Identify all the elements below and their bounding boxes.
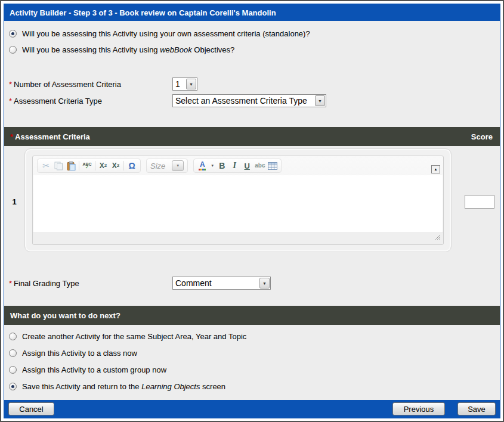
editor-status-bar	[33, 232, 443, 244]
toolbar-group-format: A ▼ B I U abc	[193, 159, 282, 173]
previous-button[interactable]: Previous	[392, 402, 445, 415]
radio-row-assign-group: Assign this Activity to a custom group n…	[4, 361, 500, 378]
radio-create-another-label: Create another Activity for the same Sub…	[22, 332, 246, 341]
bold-icon[interactable]: B	[217, 160, 227, 172]
chevron-down-icon[interactable]: ▼	[211, 164, 214, 167]
toolbar-separator	[123, 161, 124, 170]
rich-text-editor: ✂ ABC ✓	[32, 156, 444, 245]
font-size-label: Size	[150, 162, 165, 170]
assessment-criteria-header-bar: *Assessment Criteria Score	[4, 127, 500, 146]
radio-standalone[interactable]	[9, 30, 17, 38]
radio-assign-class[interactable]	[9, 349, 17, 357]
final-grading-select[interactable]: Comment ▼	[172, 277, 271, 290]
score-input[interactable]	[465, 195, 494, 209]
window-frame: Activity Builder - Step 3 of 3 - Book re…	[0, 0, 504, 422]
assessment-criteria-header: *Assessment Criteria	[10, 132, 90, 141]
dialog-title: Activity Builder - Step 3 of 3 - Book re…	[10, 8, 276, 17]
resize-handle-icon[interactable]	[434, 232, 441, 243]
table-icon[interactable]	[268, 160, 277, 172]
toolbar-group-clipboard: ✂ ABC ✓	[37, 159, 141, 173]
next-options: Create another Activity for the same Sub…	[4, 328, 500, 395]
radio-webbook-objectives-label: Will you be assessing this Activity usin…	[22, 45, 234, 54]
required-marker: *	[9, 279, 12, 288]
radio-assign-group-label: Assign this Activity to a custom group n…	[22, 365, 166, 374]
next-section-header-bar: What do you want to do next?	[4, 306, 500, 325]
dialog-content: Will you be assessing this Activity usin…	[4, 21, 500, 400]
toolbar-separator	[79, 161, 79, 170]
underline-icon[interactable]: U	[242, 160, 252, 172]
final-grading-row: *Final Grading Type Comment ▼	[4, 275, 500, 291]
cancel-button[interactable]: Cancel	[8, 402, 54, 415]
toolbar-separator	[95, 161, 95, 170]
num-criteria-label: *Number of Assessment Criteria	[9, 80, 172, 89]
subscript-icon[interactable]: X2	[98, 160, 108, 172]
paste-icon[interactable]	[66, 160, 76, 172]
radio-row-standalone: Will you be assessing this Activity usin…	[4, 26, 500, 42]
num-criteria-select[interactable]: 1 ▼	[172, 77, 197, 91]
dialog-titlebar: Activity Builder - Step 3 of 3 - Book re…	[4, 4, 500, 21]
required-marker: *	[9, 80, 12, 89]
num-criteria-row: *Number of Assessment Criteria 1 ▼	[4, 76, 500, 92]
assessment-mode-options: Will you be assessing this Activity usin…	[4, 26, 500, 58]
strikethrough-icon[interactable]: abc	[255, 160, 265, 172]
toolbar-group-size: Size ▼	[146, 159, 188, 173]
special-character-icon[interactable]: Ω	[127, 160, 137, 172]
final-grading-value: Comment	[175, 278, 256, 288]
chevron-down-icon[interactable]: ▼	[186, 79, 196, 89]
next-section-header: What do you want to do next?	[10, 311, 120, 320]
radio-save-return[interactable]	[9, 383, 17, 390]
required-marker: *	[10, 132, 13, 141]
copy-icon[interactable]	[54, 160, 63, 172]
italic-icon[interactable]: I	[230, 160, 239, 172]
radio-save-return-label: Save this Activity and return to the Lea…	[22, 382, 225, 391]
radio-row-create-another: Create another Activity for the same Sub…	[4, 328, 500, 345]
score-header: Score	[471, 132, 493, 141]
radio-row-webbook-objectives: Will you be assessing this Activity usin…	[4, 42, 500, 58]
radio-assign-class-label: Assign this Activity to a class now	[22, 349, 137, 358]
num-criteria-value: 1	[175, 79, 183, 89]
text-color-icon[interactable]: A	[197, 160, 207, 172]
chevron-down-icon[interactable]: ▼	[315, 95, 325, 106]
save-button[interactable]: Save	[457, 402, 496, 415]
collapse-toolbar-button[interactable]: ▲	[431, 165, 440, 173]
criteria-type-value: Select an Assessment Criteria Type	[175, 96, 311, 106]
criteria-type-label: *Assessment Criteria Type	[9, 97, 172, 106]
activity-builder-dialog: Activity Builder - Step 3 of 3 - Book re…	[4, 4, 500, 418]
chevron-down-icon[interactable]: ▼	[259, 278, 270, 288]
editor-toolbar: ✂ ABC ✓	[33, 156, 443, 175]
criteria-row-1: 1 ✂	[4, 148, 500, 255]
triangle-up-icon: ▲	[434, 167, 438, 171]
radio-assign-group[interactable]	[9, 366, 17, 374]
criteria-type-select[interactable]: Select an Assessment Criteria Type ▼	[172, 94, 326, 107]
final-grading-label: *Final Grading Type	[9, 279, 172, 288]
rich-text-editor-wrapper: ✂ ABC ✓	[24, 148, 452, 252]
radio-row-assign-class: Assign this Activity to a class now	[4, 345, 500, 361]
radio-standalone-label: Will you be assessing this Activity usin…	[22, 29, 310, 38]
spellcheck-icon[interactable]: ABC ✓	[82, 160, 92, 172]
radio-webbook-objectives[interactable]	[9, 46, 17, 54]
criteria-text-area[interactable]	[33, 175, 443, 232]
required-marker: *	[9, 97, 12, 106]
font-size-dropdown[interactable]: ▼	[172, 160, 184, 171]
color-swatches	[199, 169, 206, 170]
radio-create-another[interactable]	[9, 333, 17, 340]
row-number: 1	[4, 197, 24, 206]
radio-row-save-return: Save this Activity and return to the Lea…	[4, 378, 500, 395]
criteria-fields: *Number of Assessment Criteria 1 ▼ *Asse…	[4, 76, 500, 109]
superscript-icon[interactable]: X2	[111, 160, 120, 172]
chevron-down-icon: ▼	[176, 164, 180, 167]
dialog-footer: Cancel Previous Save	[4, 400, 500, 418]
cut-icon[interactable]: ✂	[41, 160, 51, 172]
criteria-type-row: *Assessment Criteria Type Select an Asse…	[4, 92, 500, 109]
